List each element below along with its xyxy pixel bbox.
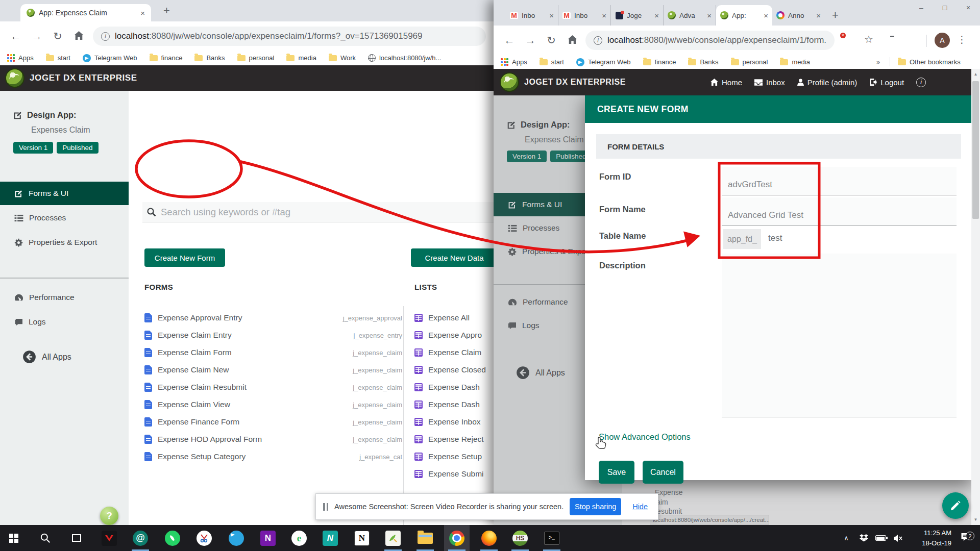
tab-inbox-1[interactable]: MInbo× bbox=[506, 5, 558, 26]
form-name[interactable]: Expense Claim Resubmit bbox=[158, 383, 247, 392]
app-telegram[interactable] bbox=[224, 525, 249, 551]
scroll-up-icon[interactable]: ▲ bbox=[971, 72, 980, 77]
tab-app-expenses-claim[interactable]: App: Expenses Claim × bbox=[20, 4, 151, 21]
reload-icon[interactable]: ↻ bbox=[543, 34, 560, 46]
address-bar[interactable]: i localhost:8080/jw/web/console/app/expe… bbox=[585, 31, 835, 50]
task-view-button[interactable] bbox=[64, 525, 89, 551]
nav-home[interactable]: Home bbox=[710, 78, 742, 87]
menu-dots-icon[interactable]: ⋮ bbox=[957, 34, 967, 45]
minimize-icon[interactable]: – bbox=[910, 0, 933, 15]
bookmark-apps[interactable]: Apps bbox=[501, 58, 527, 66]
form-row[interactable]: Expense HOD Approval Formj_expense_claim bbox=[144, 431, 402, 448]
app-evernote[interactable]: e bbox=[286, 525, 312, 551]
scroll-down-icon[interactable]: ▼ bbox=[971, 517, 980, 522]
list-row[interactable]: Expense Submi bbox=[414, 465, 494, 483]
form-name[interactable]: Expense Claim Entry bbox=[158, 331, 232, 340]
bookmark-start[interactable]: start bbox=[540, 58, 564, 66]
stop-sharing-button[interactable]: Stop sharing bbox=[570, 498, 621, 515]
sidebar-item-properties-export[interactable]: Properties & Export bbox=[0, 231, 129, 254]
bookmark-finance[interactable]: finance bbox=[150, 54, 183, 62]
form-row[interactable]: Expense Claim Formj_expense_claim bbox=[144, 344, 402, 361]
tab-close-icon[interactable]: × bbox=[602, 11, 606, 20]
edit-fab-button[interactable] bbox=[942, 492, 969, 519]
tab-app-active[interactable]: App:× bbox=[716, 5, 772, 26]
create-new-form-button[interactable]: Create New Form bbox=[144, 248, 225, 267]
create-new-datalist-button[interactable]: Create New Data bbox=[411, 248, 494, 267]
app-notable[interactable]: N bbox=[317, 525, 343, 551]
tab-joget[interactable]: Joge× bbox=[611, 5, 664, 26]
bookmark-media[interactable]: media bbox=[780, 58, 810, 66]
search-input[interactable] bbox=[161, 207, 494, 218]
tray-battery[interactable] bbox=[872, 525, 889, 551]
nav-inbox[interactable]: Inbox bbox=[754, 78, 785, 87]
nav-profile[interactable]: Profile (admin) bbox=[797, 78, 857, 87]
hide-link[interactable]: Hide bbox=[632, 503, 648, 511]
reload-icon[interactable]: ↻ bbox=[49, 30, 66, 42]
bookmark-personal[interactable]: personal bbox=[237, 54, 275, 62]
tab-close-icon[interactable]: × bbox=[816, 11, 821, 20]
bookmark-finance[interactable]: finance bbox=[643, 58, 676, 66]
app-onenote[interactable]: N bbox=[255, 525, 281, 551]
list-row[interactable]: Expense Dash bbox=[414, 396, 494, 413]
address-bar[interactable]: i localhost:8080/jw/web/console/app/expe… bbox=[93, 27, 486, 46]
app-notion[interactable]: N bbox=[349, 525, 375, 551]
forward-icon[interactable]: → bbox=[28, 30, 45, 42]
tab-advanced[interactable]: Adva× bbox=[664, 5, 716, 26]
bookmark-start[interactable]: start bbox=[46, 54, 70, 62]
list-row[interactable]: Expense Dash bbox=[414, 379, 494, 396]
form-name[interactable]: Expense HOD Approval Form bbox=[158, 435, 262, 444]
list-name[interactable]: Expense Appro bbox=[428, 331, 482, 340]
home-icon[interactable] bbox=[70, 30, 87, 42]
list-row[interactable]: Expense All bbox=[414, 309, 494, 327]
form-row[interactable]: Expense Claim Resubmitj_expense_claim bbox=[144, 379, 402, 396]
form-row[interactable]: Expense Setup Categoryj_expense_cat bbox=[144, 448, 402, 465]
new-tab-button[interactable]: + bbox=[832, 9, 839, 22]
list-name[interactable]: Expense Setup bbox=[428, 452, 482, 461]
sidebar-item-performance[interactable]: Performance bbox=[0, 286, 129, 309]
tab-close-icon[interactable]: × bbox=[764, 11, 768, 20]
bookmark-work[interactable]: Work bbox=[329, 54, 356, 62]
bookmark-localhost[interactable]: localhost:8080/jw/h... bbox=[368, 54, 441, 62]
form-id-input[interactable]: advGrdTest bbox=[722, 167, 957, 195]
new-tab-button[interactable]: + bbox=[163, 4, 170, 17]
nav-info[interactable]: i bbox=[916, 78, 926, 87]
profile-avatar[interactable]: A bbox=[935, 33, 950, 48]
list-name[interactable]: Expense Reject bbox=[428, 435, 484, 444]
app-chrome[interactable] bbox=[444, 525, 470, 551]
page-info-icon[interactable]: i bbox=[101, 32, 110, 41]
show-advanced-options-link[interactable]: Show Advanced Options bbox=[599, 432, 691, 442]
bookmark-banks[interactable]: Banks bbox=[688, 58, 718, 66]
app-currents[interactable]: @ bbox=[128, 525, 153, 551]
form-name-input[interactable]: Advanced Grid Test bbox=[722, 197, 957, 226]
tray-expand-button[interactable]: ∧ bbox=[840, 525, 853, 551]
form-name[interactable]: Expense Claim New bbox=[158, 365, 229, 374]
sidebar-item-all-apps[interactable]: All Apps bbox=[22, 350, 71, 364]
bookmark-apps[interactable]: Apps bbox=[7, 54, 34, 62]
tray-clock[interactable]: 11:25 AM 18-Oct-19 bbox=[908, 525, 951, 551]
bookmark-telegram-web[interactable]: Telegram Web bbox=[83, 54, 137, 62]
sidebar-item-logs[interactable]: Logs bbox=[0, 310, 129, 334]
help-button[interactable]: ? bbox=[100, 507, 118, 525]
scrollbar-thumb[interactable] bbox=[972, 81, 979, 219]
tray-volume-muted[interactable] bbox=[890, 525, 905, 551]
page-info-icon[interactable]: i bbox=[594, 36, 602, 45]
nav-logout[interactable]: Logout bbox=[869, 78, 904, 87]
app-predator[interactable] bbox=[96, 525, 122, 551]
list-name[interactable]: Expense Claim bbox=[428, 348, 481, 357]
bookmark-banks[interactable]: Banks bbox=[194, 54, 225, 62]
app-notepad-plus-plus[interactable] bbox=[380, 525, 406, 551]
tray-dropbox[interactable] bbox=[856, 525, 871, 551]
bookmark-media[interactable]: media bbox=[286, 54, 316, 62]
back-icon[interactable]: ← bbox=[7, 30, 24, 42]
bookmark-telegram-web[interactable]: Telegram Web bbox=[576, 58, 631, 66]
list-row[interactable]: Expense Reject bbox=[414, 431, 494, 448]
form-row[interactable]: Expense Approval Entryj_expense_approval bbox=[144, 309, 402, 327]
form-row[interactable]: Expense Claim Newj_expense_claim bbox=[144, 361, 402, 379]
app-whatsapp[interactable] bbox=[160, 525, 185, 551]
app-file-explorer[interactable] bbox=[412, 525, 438, 551]
table-name-input[interactable]: test bbox=[768, 233, 782, 243]
home-icon[interactable] bbox=[564, 34, 581, 46]
list-row[interactable]: Expense Closed bbox=[414, 361, 494, 379]
list-name[interactable]: Expense Dash bbox=[428, 400, 480, 409]
tab-close-icon[interactable]: × bbox=[707, 11, 712, 20]
